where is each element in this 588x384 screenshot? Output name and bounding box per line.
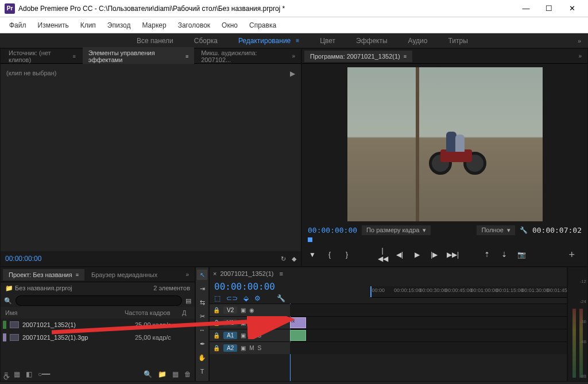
menu-marker[interactable]: Маркер xyxy=(136,19,172,32)
menu-help[interactable]: Справка xyxy=(243,19,282,32)
timeline-close-icon[interactable]: × xyxy=(213,270,216,277)
tab-effect-controls[interactable]: Элементы управления эффектами≡ xyxy=(83,47,194,66)
maximize-button[interactable]: ☐ xyxy=(537,1,560,17)
delete-button[interactable]: 🗑 xyxy=(184,370,191,378)
workspace-color[interactable]: Цвет xyxy=(310,33,346,48)
pen-tool[interactable]: ✒ xyxy=(197,339,207,349)
program-monitor[interactable] xyxy=(347,67,543,221)
track-label[interactable]: A2 xyxy=(223,344,237,352)
zoom-fit-dropdown[interactable]: По размеру кадра▾ xyxy=(362,225,431,235)
mute-label[interactable]: M xyxy=(249,345,254,351)
project-overflow-icon[interactable]: » xyxy=(182,271,192,278)
menu-title[interactable]: Заголовок xyxy=(172,19,216,32)
lift-button[interactable]: ⇡ xyxy=(482,251,492,259)
export-frame-button[interactable]: 📷 xyxy=(517,251,526,259)
source-loop-icon[interactable]: ↻ xyxy=(281,255,286,263)
go-to-in-button[interactable]: |◀◀ xyxy=(378,247,387,263)
lock-icon[interactable]: 🔒 xyxy=(213,332,220,339)
workspace-effects[interactable]: Эффекты xyxy=(346,33,398,48)
timeline-ruler[interactable]: :00:00 00:00:15:00 00:00:30:00 00:00:45:… xyxy=(370,286,567,298)
new-item-button[interactable]: ▦ xyxy=(172,370,179,378)
disclosure-arrow-icon[interactable]: ▶ xyxy=(290,70,295,78)
linked-selection-icon[interactable]: ⊂⊃ xyxy=(226,294,238,302)
tab-media-browser[interactable]: Браузер медиаданных xyxy=(86,269,163,281)
solo-label[interactable]: S xyxy=(258,332,262,339)
marker-icon[interactable]: ⬙ xyxy=(243,294,249,302)
audio-clip[interactable] xyxy=(290,330,306,341)
track-body[interactable] xyxy=(290,329,567,341)
program-scrubber[interactable] xyxy=(308,237,582,245)
mute-icon[interactable]: ▣ xyxy=(241,307,246,313)
step-forward-button[interactable]: |▶ xyxy=(430,251,439,259)
track-body[interactable]: fx xyxy=(290,317,567,329)
tab-audio-mixer[interactable]: Микш. аудиоклипа: 2007102... xyxy=(195,47,287,66)
timeline-sequence-name[interactable]: 20071021_1352(1) xyxy=(220,270,273,277)
track-body[interactable] xyxy=(290,342,567,354)
new-bin-icon[interactable]: ▤ xyxy=(185,297,191,305)
lock-icon[interactable]: 🔒 xyxy=(213,345,220,351)
search-input[interactable] xyxy=(16,295,182,306)
new-bin-button[interactable]: 📁 xyxy=(158,370,167,378)
mute-button[interactable]: ▣ xyxy=(241,332,246,339)
track-select-tool[interactable]: ⇥ xyxy=(197,283,207,294)
track-body[interactable] xyxy=(290,304,567,316)
program-timecode-out[interactable]: 00:00:07:02 xyxy=(532,226,582,235)
search-icon[interactable]: 🔍 xyxy=(4,297,12,305)
workspace-titles[interactable]: Титры xyxy=(438,33,478,48)
mute-icon[interactable]: ▣ xyxy=(241,320,246,326)
video-clip[interactable]: fx xyxy=(290,317,306,328)
program-overflow-icon[interactable]: » xyxy=(575,53,585,59)
source-timecode[interactable]: 00:00:00:00 xyxy=(5,255,41,263)
settings-icon[interactable]: 🔧 xyxy=(520,226,528,234)
find-icon[interactable]: 🔍 xyxy=(144,370,152,378)
menu-window[interactable]: Окно xyxy=(216,19,243,32)
track-label[interactable]: A1 xyxy=(223,332,237,339)
eye-icon[interactable]: ◉ xyxy=(249,320,254,326)
workspace-overflow-icon[interactable]: » xyxy=(571,37,588,44)
tab-project[interactable]: Проект: Без названия≡ xyxy=(3,269,84,281)
slip-tool[interactable]: ↔ xyxy=(197,325,207,335)
playhead-icon[interactable] xyxy=(308,237,312,242)
workspace-editing[interactable]: Редактирование xyxy=(228,33,310,48)
sync-settings-icon[interactable]: ⟳ xyxy=(3,373,10,382)
minimize-button[interactable]: — xyxy=(514,1,537,17)
workspace-all[interactable]: Все панели xyxy=(126,33,184,48)
solo-label[interactable]: S xyxy=(258,345,262,351)
play-button[interactable]: ▶ xyxy=(412,251,421,259)
add-marker-button[interactable]: ▼ xyxy=(308,251,317,259)
menu-clip[interactable]: Клип xyxy=(75,19,102,32)
snap-icon[interactable]: ⬚ xyxy=(214,294,220,302)
close-button[interactable]: ✕ xyxy=(560,1,583,17)
menu-edit[interactable]: Изменить xyxy=(32,19,75,32)
col-fps[interactable]: Частота кадров xyxy=(125,309,182,316)
wrench-icon[interactable]: 🔧 xyxy=(277,294,285,302)
track-label[interactable]: V1 xyxy=(223,319,237,327)
button-editor-icon[interactable]: + xyxy=(562,249,582,261)
project-row[interactable]: 20071021_1352(1).3gp 25,00 кадр/с xyxy=(1,331,195,344)
mute-button[interactable]: ▣ xyxy=(241,345,246,351)
tab-source[interactable]: Источник: (нет клипов)≡ xyxy=(3,47,82,66)
col-name[interactable]: Имя xyxy=(5,309,125,316)
icon-view-icon[interactable]: ▦ xyxy=(14,370,20,378)
step-back-button[interactable]: ◀| xyxy=(395,251,404,259)
tab-program[interactable]: Программа: 20071021_1352(1)≡ xyxy=(304,51,412,62)
selection-tool[interactable]: ↖ xyxy=(197,270,207,280)
mark-in-button[interactable]: { xyxy=(325,251,334,259)
freeform-view-icon[interactable]: ◧ xyxy=(26,370,32,378)
type-tool[interactable]: T xyxy=(197,366,207,377)
quality-dropdown[interactable]: Полное▾ xyxy=(477,225,515,235)
eye-icon[interactable]: ◉ xyxy=(249,307,254,313)
mark-out-button[interactable]: } xyxy=(342,251,351,259)
timeline-timecode[interactable]: 00:00:00:00 xyxy=(210,280,290,293)
extract-button[interactable]: ⇣ xyxy=(500,251,509,259)
razor-tool[interactable]: ✂ xyxy=(197,311,207,321)
hand-tool[interactable]: ✋ xyxy=(197,352,207,363)
menu-sequence[interactable]: Эпизод xyxy=(102,19,137,32)
source-keyframe-icon[interactable]: ◆ xyxy=(292,255,296,263)
zoom-slider[interactable]: ○━━ xyxy=(38,370,50,378)
settings-icon[interactable]: ⚙ xyxy=(254,294,261,302)
menu-file[interactable]: Файл xyxy=(3,19,32,32)
lock-icon[interactable]: 🔒 xyxy=(213,320,220,326)
program-timecode-in[interactable]: 00:00:00:00 xyxy=(308,226,357,235)
ripple-edit-tool[interactable]: ⇆ xyxy=(197,297,207,308)
